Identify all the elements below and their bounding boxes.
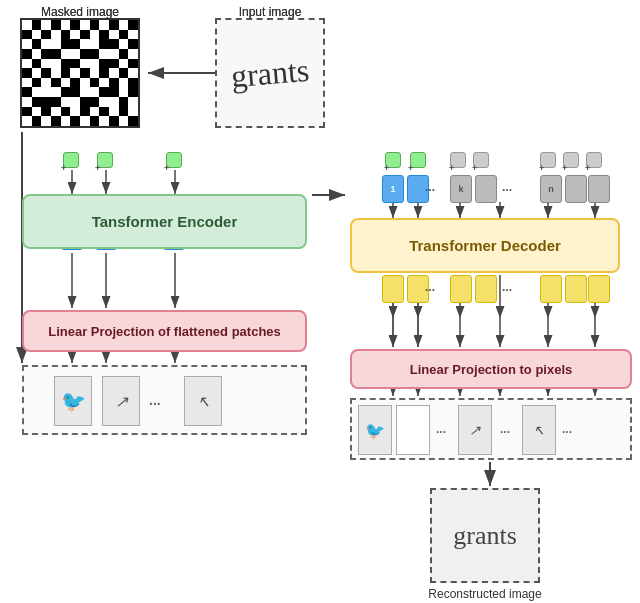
patch-enc-n: ↖ bbox=[184, 376, 222, 426]
mask-token-dec-n3 bbox=[588, 175, 610, 203]
yellow-token-1 bbox=[382, 275, 404, 303]
dots-yellow-2: ... bbox=[502, 280, 512, 294]
patches-box-dec: 🐦 ... ↗ ... ↖ ... bbox=[350, 398, 632, 460]
masked-image-text: Masked image bbox=[20, 5, 140, 19]
mask-token-dec-n1: n bbox=[540, 175, 562, 203]
linear-proj-enc: Linear Projection of flattened patches bbox=[22, 310, 307, 352]
plus-enc-1: + bbox=[61, 163, 66, 173]
yellow-token-n3 bbox=[588, 275, 610, 303]
plus-dec-gray-2: + bbox=[472, 163, 477, 173]
mask-token-dec-n2 bbox=[565, 175, 587, 203]
patch-dec-2 bbox=[396, 405, 430, 455]
yellow-token-k2 bbox=[475, 275, 497, 303]
plus-dec-gray-4: + bbox=[562, 163, 567, 173]
plus-enc-2: + bbox=[95, 163, 100, 173]
linear-proj-dec: Linear Projection to pixels bbox=[350, 349, 632, 389]
yellow-token-n2 bbox=[565, 275, 587, 303]
yellow-token-n1 bbox=[540, 275, 562, 303]
reconstructed-label: Reconstructed image bbox=[415, 587, 555, 601]
dots-yellow-1: ... bbox=[425, 280, 435, 294]
mask-token-dec-k: k bbox=[450, 175, 472, 203]
blue-token-dec-1: 1 bbox=[382, 175, 404, 203]
reconstructed-image: grants bbox=[430, 488, 540, 583]
diagram-container: Masked image In bbox=[0, 0, 640, 603]
dots-patches-dec-1: ... bbox=[436, 422, 446, 436]
dots-patches-dec-3: ... bbox=[562, 422, 572, 436]
patch-enc-2: ↗ bbox=[102, 376, 140, 426]
plus-enc-n: + bbox=[164, 163, 169, 173]
patch-dec-k: ↗ bbox=[458, 405, 492, 455]
patch-dec-1: 🐦 bbox=[358, 405, 392, 455]
dots-dec-1: ... bbox=[425, 180, 435, 194]
plus-dec-2: + bbox=[408, 163, 413, 173]
decoder-box: Transformer Decoder bbox=[350, 218, 620, 273]
plus-dec-gray-5: + bbox=[585, 163, 590, 173]
plus-dec-1: + bbox=[384, 163, 389, 173]
dots-dec-2: ... bbox=[502, 180, 512, 194]
encoder-box: Tansformer Encoder bbox=[22, 194, 307, 249]
dots-patches-dec-2: ... bbox=[500, 422, 510, 436]
patch-dec-n: ↖ bbox=[522, 405, 556, 455]
masked-image bbox=[20, 18, 140, 128]
patches-box-enc: 🐦 ↗ ... ↖ bbox=[22, 365, 307, 435]
patch-enc-1: 🐦 bbox=[54, 376, 92, 426]
input-image: grants bbox=[215, 18, 325, 128]
plus-dec-gray-1: + bbox=[449, 163, 454, 173]
yellow-token-k bbox=[450, 275, 472, 303]
plus-dec-gray-3: + bbox=[539, 163, 544, 173]
mask-token-dec-2 bbox=[475, 175, 497, 203]
dots-patches-enc: ... bbox=[149, 392, 161, 408]
input-image-text: Input image bbox=[215, 5, 325, 19]
